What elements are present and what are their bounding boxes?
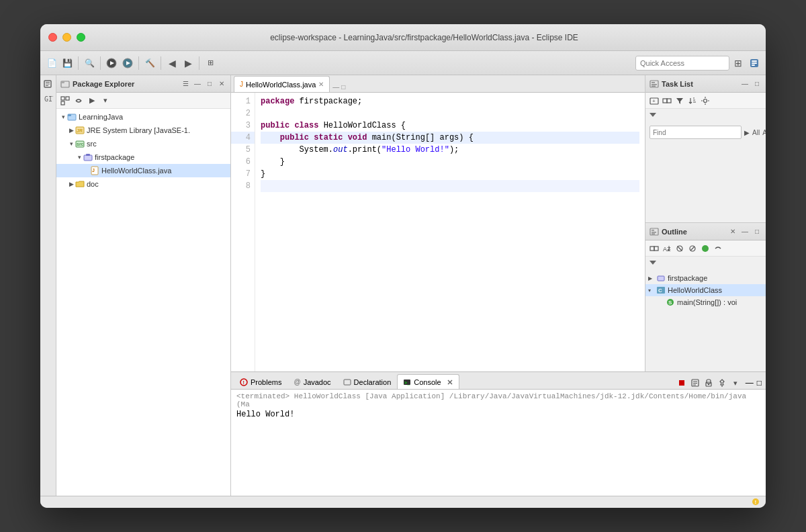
tab-javadoc-label: Javadoc: [304, 378, 331, 386]
explorer-side-icon[interactable]: [42, 78, 54, 90]
line-num-7: 7: [231, 168, 255, 180]
console-minimize[interactable]: —: [746, 378, 754, 388]
tree-area[interactable]: ▾ LearningJava ▶ JR JRE System Library […: [56, 109, 230, 496]
outline-viewmenu[interactable]: ✕: [728, 227, 737, 236]
tree-item-learningjava[interactable]: ▾ LearningJava: [56, 110, 230, 124]
outline-collapse-icon[interactable]: [648, 258, 658, 267]
outline-minimize[interactable]: —: [740, 227, 750, 236]
outline-collapse[interactable]: [648, 242, 660, 255]
outline-item-helloworldclass[interactable]: ▾ C HelloWorldClass: [645, 284, 766, 296]
main-toolbar: 📄 💾 🔍 🔨 ◀ ▶ ⊞ ⊞: [40, 51, 766, 75]
minimize-editor-icon[interactable]: —: [332, 83, 339, 91]
console-toolbar: ▾ — □: [676, 377, 766, 389]
outline-green-dot[interactable]: [699, 242, 711, 255]
pe-view-menu[interactable]: ☰: [181, 79, 190, 89]
view-menu-button[interactable]: [747, 56, 762, 71]
outline-link[interactable]: [712, 242, 724, 255]
outline-sort[interactable]: AZ: [661, 242, 673, 255]
tree-item-src[interactable]: ▾ src src: [56, 137, 230, 150]
outline-item-firstpackage[interactable]: ▶ firstpackage: [645, 272, 766, 284]
new-button[interactable]: 📄: [44, 56, 59, 71]
tl-minimize[interactable]: —: [740, 79, 750, 89]
svg-rect-6: [752, 62, 757, 64]
tree-item-firstpackage[interactable]: ▾ firstpackage: [56, 150, 230, 164]
tl-expand[interactable]: [661, 95, 673, 107]
task-find-input[interactable]: [650, 126, 742, 139]
svg-rect-10: [46, 84, 50, 85]
task-filter-arrow[interactable]: ▶: [744, 129, 750, 136]
pe-minimize[interactable]: —: [193, 79, 202, 89]
pe-maximize[interactable]: □: [205, 79, 214, 89]
tree-item-jre[interactable]: ▶ JR JRE System Library [JavaSE-1.: [56, 124, 230, 137]
svg-text:GIT: GIT: [44, 95, 53, 103]
jre-icon: JR: [75, 126, 85, 135]
svg-marker-54: [650, 261, 656, 265]
outline-header: Outline ✕ — □: [645, 223, 766, 240]
git-side-icon[interactable]: GIT: [42, 93, 54, 105]
task-act-label[interactable]: Act: [762, 129, 766, 136]
tl-new-task[interactable]: +: [648, 95, 660, 107]
close-button[interactable]: [48, 33, 57, 42]
pe-close[interactable]: ✕: [217, 79, 226, 89]
outline-tree[interactable]: ▶ firstpackage ▾: [645, 271, 766, 371]
console-output: Hello World!: [236, 410, 760, 419]
svg-rect-46: [650, 247, 654, 251]
maximize-editor-icon[interactable]: □: [341, 83, 345, 91]
console-terminate[interactable]: [676, 377, 688, 389]
svg-rect-67: [679, 380, 684, 386]
tree-item-helloworldclass[interactable]: J HelloWorldClass.java: [56, 164, 230, 177]
editor-content[interactable]: 1 2 3 4 5 6 7 8 package firstpackage;: [231, 93, 645, 371]
save-button[interactable]: 💾: [60, 56, 75, 71]
outline-filter2[interactable]: [686, 242, 699, 255]
svg-marker-41: [650, 113, 656, 117]
outline-item-main[interactable]: S main(String[]) : voi: [645, 296, 766, 308]
console-close-icon[interactable]: [447, 379, 453, 386]
build-button[interactable]: 🔨: [142, 56, 157, 71]
tl-sort[interactable]: [686, 95, 699, 107]
run-button[interactable]: [104, 56, 119, 71]
java-tab-icon: J: [240, 81, 243, 88]
forward-button[interactable]: ▶: [181, 56, 195, 71]
tree-item-doc[interactable]: ▶ doc: [56, 177, 230, 191]
console-maximize[interactable]: □: [757, 378, 762, 388]
link-editor-button[interactable]: [73, 95, 85, 107]
svg-rect-55: [658, 276, 664, 281]
minimize-button[interactable]: [62, 33, 71, 42]
view-menu-pe[interactable]: ▾: [99, 95, 111, 107]
debug-button[interactable]: [120, 56, 135, 71]
tl-filter[interactable]: [674, 95, 686, 107]
code-line-3: public class HelloWorldClass {: [261, 120, 639, 132]
code-line-1: package firstpackage;: [261, 95, 639, 107]
search-button[interactable]: 🔍: [82, 56, 97, 71]
task-all-label[interactable]: All: [752, 129, 760, 136]
editor-tab-close-icon[interactable]: ✕: [318, 81, 324, 88]
console-clear[interactable]: [689, 377, 701, 389]
tl-settings[interactable]: [699, 95, 711, 107]
tab-problems[interactable]: ! Problems: [234, 374, 287, 389]
console-pin[interactable]: [716, 377, 728, 389]
perspective-button[interactable]: ⊞: [203, 56, 218, 71]
svg-text:src: src: [77, 142, 84, 146]
tab-console[interactable]: >_ Console: [397, 374, 459, 389]
code-area[interactable]: package firstpackage; public class Hello…: [255, 93, 645, 371]
outline-filter1[interactable]: [674, 242, 686, 255]
tree-label-hwc: HelloWorldClass.java: [101, 167, 171, 175]
console-scroll-lock[interactable]: [703, 377, 715, 389]
perspective-icon[interactable]: ⊞: [731, 56, 746, 71]
tl-maximize[interactable]: □: [752, 79, 762, 89]
tab-declaration[interactable]: Declaration: [337, 374, 398, 389]
svg-text:!: !: [243, 380, 244, 385]
collapse-all-button[interactable]: [59, 95, 71, 107]
maximize-button[interactable]: [77, 33, 85, 42]
tl-collapse-icon[interactable]: [648, 110, 658, 120]
back-button[interactable]: ◀: [165, 56, 179, 71]
quick-access-input[interactable]: [635, 56, 729, 71]
console-menu[interactable]: ▾: [729, 377, 742, 389]
expand-button[interactable]: ▶: [86, 95, 98, 107]
svg-rect-7: [752, 64, 755, 66]
editor-tab-helloworldclass[interactable]: J HelloWorldClass.java ✕: [234, 76, 330, 92]
task-list-toolbar: +: [645, 93, 766, 109]
outline-maximize[interactable]: □: [752, 227, 762, 236]
svg-text:AZ: AZ: [663, 246, 671, 253]
tab-javadoc[interactable]: @ Javadoc: [287, 374, 337, 389]
